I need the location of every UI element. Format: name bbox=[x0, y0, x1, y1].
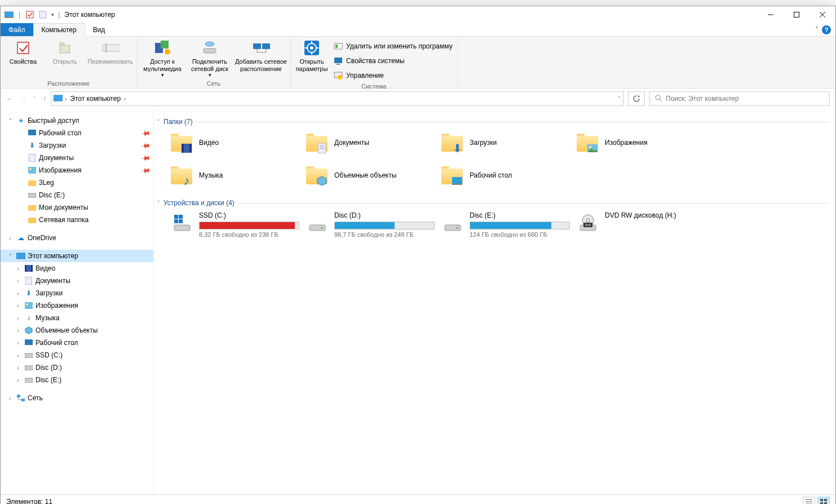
svg-rect-47 bbox=[16, 253, 25, 259]
folder-downloads[interactable]: ⬇ Загрузки bbox=[441, 130, 565, 155]
address-dropdown-icon[interactable]: ˅ bbox=[618, 96, 621, 101]
view-tiles-button[interactable] bbox=[817, 497, 830, 505]
folder-icon bbox=[28, 203, 37, 212]
drive-tile[interactable]: SSD (C:)8,32 ГБ свободно из 238 ГБ bbox=[171, 211, 300, 238]
add-network-location-button[interactable]: Добавить сетевое расположение bbox=[234, 38, 288, 72]
view-details-button[interactable] bbox=[803, 497, 815, 505]
music-icon: ♪ bbox=[24, 313, 33, 322]
svg-rect-77 bbox=[309, 225, 325, 231]
tree-videos[interactable]: ›Видео bbox=[1, 262, 153, 275]
minimize-button[interactable] bbox=[758, 6, 784, 23]
up-button[interactable]: ↑ bbox=[43, 95, 46, 103]
window-title: Этот компьютер bbox=[64, 11, 115, 19]
breadcrumb-root[interactable]: Этот компьютер bbox=[69, 95, 122, 103]
back-button[interactable]: ← bbox=[6, 95, 13, 103]
close-button[interactable] bbox=[810, 6, 835, 23]
tree-my-documents[interactable]: Мои документы bbox=[1, 201, 153, 214]
drive-free-space: 98,7 ГБ свободно из 249 ГБ bbox=[334, 231, 436, 238]
media-access-button[interactable]: Доступ к мультимедиа▾ bbox=[139, 38, 185, 78]
properties-qat-icon[interactable] bbox=[24, 9, 36, 20]
drive-tile[interactable]: Disc (D:)98,7 ГБ свободно из 249 ГБ bbox=[306, 211, 436, 238]
svg-rect-57 bbox=[25, 378, 33, 383]
svg-rect-56 bbox=[25, 366, 33, 370]
section-folders[interactable]: ˅ Папки (7) bbox=[157, 118, 830, 126]
folder-desktop[interactable]: Рабочий стол bbox=[441, 163, 565, 188]
svg-point-83 bbox=[586, 219, 590, 222]
computer-icon bbox=[16, 251, 25, 260]
downloads-icon: ⬇ bbox=[24, 289, 33, 298]
folder-documents[interactable]: Документы bbox=[306, 130, 430, 155]
folder-videos[interactable]: Видео bbox=[171, 130, 295, 155]
svg-point-69 bbox=[589, 146, 592, 149]
help-icon[interactable]: ? bbox=[822, 25, 831, 34]
chevron-right-icon[interactable]: › bbox=[65, 96, 67, 102]
ribbon-group-label: Расположение bbox=[3, 79, 134, 88]
section-drives[interactable]: ˅ Устройства и диски (4) bbox=[157, 199, 830, 207]
manage-button[interactable]: Управление bbox=[331, 69, 455, 82]
tree-documents[interactable]: Документы📌 bbox=[1, 152, 153, 164]
svg-rect-16 bbox=[204, 48, 216, 53]
new-folder-qat-icon[interactable] bbox=[37, 9, 48, 20]
properties-button[interactable]: Свойства bbox=[3, 38, 43, 65]
search-box[interactable]: Поиск: Этот компьютер bbox=[649, 91, 830, 106]
chevron-right-icon[interactable]: › bbox=[124, 96, 126, 102]
tree-desktop[interactable]: Рабочий стол📌 bbox=[1, 127, 153, 139]
collapse-icon[interactable]: ˅ bbox=[157, 119, 160, 125]
ribbon-group-system: Открыть параметры Удалить или изменить п… bbox=[291, 37, 458, 88]
video-icon bbox=[24, 264, 33, 273]
uninstall-program-button[interactable]: Удалить или изменить программу bbox=[331, 40, 455, 52]
address-bar[interactable]: › Этот компьютер › ˅ bbox=[51, 91, 623, 106]
drive-tile[interactable]: DVDDVD RW дисковод (H:) bbox=[577, 211, 706, 238]
folder-pictures[interactable]: Изображения bbox=[577, 130, 701, 155]
svg-rect-50 bbox=[31, 265, 33, 272]
tab-computer[interactable]: Компьютер bbox=[33, 23, 85, 37]
tree-documents2[interactable]: ›Документы bbox=[1, 275, 153, 287]
tree-3d-objects[interactable]: ›Объемные объекты bbox=[1, 324, 153, 337]
drive-tile[interactable]: Disc (E:)124 ГБ свободно из 680 ГБ bbox=[441, 211, 571, 238]
svg-rect-58 bbox=[17, 395, 20, 397]
collapse-icon[interactable]: ˅ bbox=[157, 200, 160, 206]
maximize-button[interactable] bbox=[784, 6, 810, 23]
svg-rect-36 bbox=[54, 95, 63, 101]
tree-pictures2[interactable]: ›Изображения bbox=[1, 299, 153, 312]
svg-rect-74 bbox=[179, 215, 183, 219]
folder-3d-objects[interactable]: Объемные объекты bbox=[306, 163, 430, 188]
folder-music[interactable]: ♪ Музыка bbox=[171, 163, 295, 188]
navigation-arrows: ← → ˅ ↑ bbox=[6, 95, 46, 103]
tree-disc-e2[interactable]: ›Disc (E:) bbox=[1, 374, 153, 386]
tree-music[interactable]: ›♪Музыка bbox=[1, 312, 153, 324]
ribbon-collapse-icon[interactable]: ˄ bbox=[815, 26, 819, 33]
tree-desktop2[interactable]: ›Рабочий стол bbox=[1, 337, 153, 349]
tab-file[interactable]: Файл bbox=[1, 23, 33, 36]
svg-rect-2 bbox=[26, 11, 33, 18]
rename-button: Переименовать bbox=[86, 38, 134, 65]
qat-dropdown-icon[interactable]: ▾ bbox=[51, 12, 54, 17]
svg-rect-10 bbox=[60, 43, 64, 45]
system-properties-button[interactable]: Свойства системы bbox=[331, 55, 455, 67]
svg-rect-33 bbox=[337, 64, 340, 65]
svg-rect-40 bbox=[29, 154, 36, 162]
recent-locations-dropdown[interactable]: ˅ bbox=[33, 96, 36, 101]
tree-quick-access[interactable]: ˅★ Быстрый доступ bbox=[1, 114, 153, 127]
tree-network-folder[interactable]: Сетевая паппка bbox=[1, 214, 153, 226]
tree-this-pc[interactable]: ˅Этот компьютер bbox=[1, 250, 153, 262]
tree-3leg[interactable]: 3Leg bbox=[1, 176, 153, 189]
tree-onedrive[interactable]: ›☁OneDrive bbox=[1, 232, 153, 244]
tree-downloads2[interactable]: ›⬇Загрузки bbox=[1, 287, 153, 299]
svg-rect-3 bbox=[39, 11, 46, 18]
titlebar: | ▾ | Этот компьютер bbox=[1, 6, 835, 23]
drive-free-space: 124 ГБ свободно из 680 ГБ bbox=[470, 231, 571, 238]
svg-rect-76 bbox=[179, 219, 183, 223]
svg-rect-70 bbox=[452, 177, 462, 184]
svg-rect-51 bbox=[25, 277, 32, 285]
open-settings-button[interactable]: Открыть параметры bbox=[293, 38, 330, 72]
tree-downloads[interactable]: ⬇Загрузки📌 bbox=[1, 139, 153, 152]
tab-view[interactable]: Вид bbox=[85, 23, 113, 36]
refresh-button[interactable] bbox=[628, 91, 645, 106]
tree-ssd-c[interactable]: ›SSD (C:) bbox=[1, 349, 153, 361]
tree-disc-d[interactable]: ›Disc (D:) bbox=[1, 361, 153, 374]
tree-network[interactable]: ›Сеть bbox=[1, 392, 153, 404]
tree-disc-e[interactable]: Disc (E:) bbox=[1, 189, 153, 201]
tree-pictures[interactable]: Изображения📌 bbox=[1, 164, 153, 176]
map-drive-button[interactable]: Подключить сетевой диск▾ bbox=[187, 38, 233, 78]
